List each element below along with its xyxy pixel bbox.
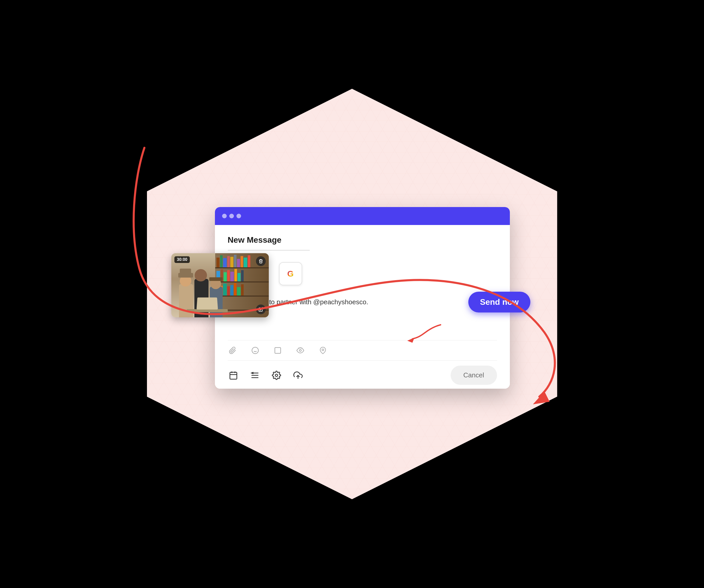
titlebar-dot-1 bbox=[222, 214, 227, 218]
svg-point-10 bbox=[322, 349, 324, 351]
main-container: New Message bbox=[134, 76, 570, 512]
thumbnail-edit-button[interactable] bbox=[256, 305, 266, 314]
attachment-icon[interactable] bbox=[228, 345, 237, 355]
timer-badge: 30:00 bbox=[174, 256, 190, 263]
google-business-icon: G bbox=[279, 262, 302, 285]
svg-point-6 bbox=[299, 350, 301, 352]
send-arrow bbox=[400, 322, 451, 343]
svg-point-2 bbox=[252, 348, 258, 354]
visibility-icon[interactable] bbox=[295, 345, 305, 355]
svg-marker-1 bbox=[407, 338, 414, 343]
cancel-button[interactable]: Cancel bbox=[451, 366, 497, 385]
share-icon[interactable] bbox=[292, 370, 304, 381]
thumbnail-card: 30:00 bbox=[171, 253, 269, 317]
arrow-area bbox=[228, 330, 497, 340]
modal-titlebar bbox=[215, 207, 510, 225]
svg-rect-5 bbox=[275, 348, 281, 354]
settings-icon[interactable] bbox=[271, 370, 282, 381]
modal-window: New Message bbox=[215, 207, 510, 389]
send-now-button[interactable]: Send now bbox=[468, 292, 530, 313]
titlebar-dot-2 bbox=[229, 214, 234, 218]
toolbar-icons bbox=[228, 340, 497, 361]
modal-title: New Message bbox=[228, 235, 497, 245]
title-divider bbox=[228, 250, 310, 251]
modal-body: New Message bbox=[215, 225, 510, 389]
media-icon[interactable] bbox=[273, 345, 283, 355]
attachment-row: 30:00 bbox=[228, 258, 497, 289]
svg-rect-11 bbox=[230, 372, 237, 379]
thumbnail-delete-button[interactable] bbox=[256, 256, 266, 266]
emoji-icon[interactable] bbox=[250, 345, 260, 355]
svg-line-7 bbox=[298, 348, 299, 349]
location-icon[interactable] bbox=[318, 345, 328, 355]
list-icon[interactable] bbox=[249, 370, 260, 381]
calendar-icon[interactable] bbox=[228, 370, 239, 381]
bottom-actions-row: Cancel bbox=[228, 367, 497, 381]
titlebar-dot-3 bbox=[236, 214, 241, 218]
svg-point-18 bbox=[275, 374, 278, 377]
